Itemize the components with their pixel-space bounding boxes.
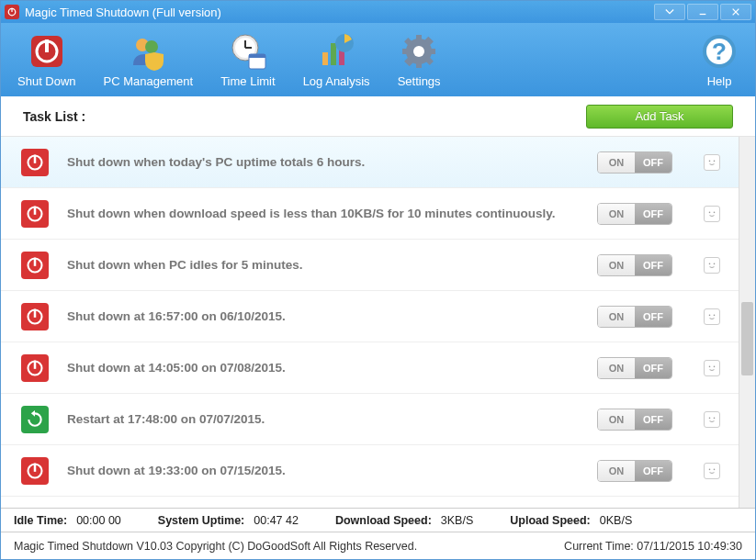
help-tool[interactable]: ? Help (700, 32, 739, 88)
toggle-on: ON (598, 461, 635, 481)
copyright-text: Magic Timed Shutdown V10.03 Copyright (C… (14, 540, 417, 553)
task-toggle[interactable]: ONOFF (597, 460, 672, 482)
task-more-button[interactable] (704, 308, 720, 325)
toggle-off: OFF (635, 307, 671, 327)
power-icon (21, 149, 49, 176)
uptime-value: 00:47 42 (254, 514, 299, 527)
close-button[interactable] (720, 4, 751, 20)
log-analysis-tool[interactable]: Log Analysis (303, 32, 370, 88)
svg-point-59 (714, 468, 716, 470)
svg-rect-7 (45, 39, 49, 52)
task-more-button[interactable] (704, 257, 720, 274)
svg-rect-42 (34, 257, 37, 265)
task-more-button[interactable] (704, 411, 720, 428)
task-row[interactable]: Shut down when today's PC uptime totals … (1, 137, 739, 188)
task-description: Shut down at 16:57:00 on 06/10/2015. (67, 309, 579, 323)
task-description: Shut down when PC idles for 5 minutes. (67, 258, 579, 272)
toggle-off: OFF (635, 358, 671, 378)
status-bar: Idle Time: 00:00 00 System Uptime: 00:47… (1, 508, 755, 532)
uptime-label: System Uptime: (158, 514, 244, 527)
toggle-off: OFF (635, 409, 671, 430)
svg-rect-16 (322, 52, 328, 65)
titlebar: Magic Timed Shutdown (Full version) (1, 1, 755, 23)
settings-tool[interactable]: Settings (398, 32, 441, 88)
svg-text:?: ? (712, 38, 727, 65)
help-icon: ? (700, 32, 739, 71)
window-title: Magic Timed Shutdown (Full version) (25, 6, 221, 19)
svg-point-54 (709, 417, 711, 419)
svg-rect-15 (249, 54, 265, 58)
task-toggle[interactable]: ONOFF (597, 203, 672, 225)
task-row[interactable]: Shut down at 16:57:00 on 06/10/2015.ONOF… (1, 291, 739, 342)
task-more-button[interactable] (704, 154, 720, 171)
svg-point-58 (709, 468, 711, 470)
time-limit-label: Time Limit (220, 74, 275, 88)
power-icon (21, 354, 49, 382)
svg-rect-23 (416, 61, 422, 68)
help-titlebar-button[interactable] (654, 4, 685, 20)
toggle-on: ON (598, 204, 635, 224)
task-description: Restart at 17:48:00 on 07/07/2015. (67, 412, 579, 426)
task-list: Shut down when today's PC uptime totals … (1, 137, 739, 508)
idle-time-value: 00:00 00 (76, 514, 121, 527)
task-more-button[interactable] (704, 463, 720, 479)
task-toggle[interactable]: ONOFF (597, 254, 672, 276)
svg-point-35 (709, 160, 711, 162)
power-icon (21, 457, 49, 485)
pc-management-label: PC Management (104, 74, 194, 88)
upload-speed-value: 0KB/S (600, 514, 632, 527)
scrollbar-thumb[interactable] (741, 302, 753, 375)
time-limit-tool[interactable]: Time Limit (220, 32, 275, 88)
svg-point-48 (714, 314, 716, 316)
toggle-off: OFF (635, 255, 671, 275)
svg-point-21 (413, 46, 424, 57)
task-list-label: Task List : (23, 109, 85, 124)
task-toggle[interactable]: ONOFF (597, 151, 672, 174)
svg-point-36 (714, 160, 716, 162)
svg-point-44 (714, 263, 716, 264)
toggle-on: ON (598, 358, 635, 378)
svg-rect-46 (34, 308, 37, 317)
minimize-button[interactable] (687, 4, 718, 20)
task-toggle[interactable]: ONOFF (597, 409, 672, 431)
current-time: Current Time: 07/11/2015 10:49:30 (564, 540, 742, 553)
svg-point-9 (145, 40, 158, 53)
log-analysis-label: Log Analysis (303, 74, 370, 88)
task-toggle[interactable]: ONOFF (597, 357, 672, 379)
toggle-on: ON (598, 152, 635, 173)
scrollbar[interactable] (739, 137, 755, 508)
content-area: Shut down when today's PC uptime totals … (1, 137, 755, 508)
add-task-button[interactable]: Add Task (586, 105, 733, 129)
svg-point-47 (709, 314, 711, 316)
window: Magic Timed Shutdown (Full version) Shut… (0, 0, 756, 560)
restart-icon (21, 406, 49, 433)
svg-rect-22 (416, 35, 422, 42)
svg-marker-53 (31, 410, 35, 417)
task-row[interactable]: Shut down when PC idles for 5 minutes.ON… (1, 240, 739, 291)
task-more-button[interactable] (704, 360, 720, 376)
task-toggle[interactable]: ONOFF (597, 306, 672, 328)
download-speed-value: 3KB/S (441, 514, 473, 527)
svg-rect-38 (34, 206, 37, 214)
task-row[interactable]: Restart at 17:48:00 on 07/07/2015.ONOFF (1, 394, 739, 445)
pc-management-tool[interactable]: PC Management (104, 32, 194, 88)
task-row[interactable]: Shut down at 14:05:00 on 07/08/2015.ONOF… (1, 342, 739, 394)
svg-rect-25 (428, 49, 435, 54)
users-shield-icon (129, 32, 167, 71)
task-more-button[interactable] (704, 206, 720, 222)
svg-rect-1 (11, 8, 12, 12)
toggle-off: OFF (635, 204, 671, 224)
shutdown-label: Shut Down (17, 74, 76, 88)
toggle-off: OFF (635, 152, 671, 173)
svg-point-39 (709, 211, 711, 213)
svg-rect-17 (331, 43, 336, 65)
power-icon (21, 252, 49, 279)
task-row[interactable]: Shut down at 19:33:00 on 07/15/2015.ONOF… (1, 445, 739, 497)
task-description: Shut down when today's PC uptime totals … (67, 155, 579, 169)
download-speed-label: Download Speed: (335, 514, 432, 527)
shutdown-tool[interactable]: Shut Down (17, 32, 76, 88)
upload-speed-label: Upload Speed: (510, 514, 591, 527)
task-row[interactable]: Shut down when download speed is less th… (1, 188, 739, 240)
idle-time-label: Idle Time: (14, 514, 67, 527)
task-description: Shut down at 19:33:00 on 07/15/2015. (67, 464, 579, 477)
